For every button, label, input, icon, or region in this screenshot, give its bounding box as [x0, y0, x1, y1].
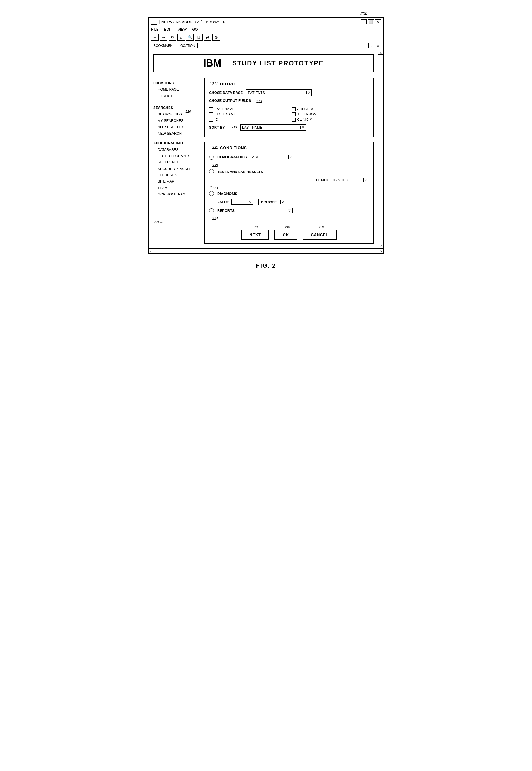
- sidebar-header-additional: ADDITIONAL INFO: [153, 140, 200, 146]
- checkbox-firstname: FIRST NAME: [209, 112, 286, 116]
- sidebar-item-feedback[interactable]: FEEDBACK: [153, 172, 200, 178]
- menu-file[interactable]: FILE: [151, 27, 158, 31]
- sidebar-item-gcrhomepage[interactable]: GCR HOME PAGE: [153, 191, 200, 197]
- tests-label: TESTS AND LAB RESULTS: [217, 170, 263, 174]
- bottom-scroll-track: [154, 249, 378, 253]
- chose-output-fields-label: CHOSE OUTPUT FIELDS: [209, 99, 251, 103]
- hemoglobin-select[interactable]: HEMOGLOBIN TEST ▽: [314, 177, 369, 183]
- restore-button[interactable]: ⬜: [368, 19, 374, 24]
- location-stop-icon[interactable]: ⊗: [375, 43, 381, 48]
- demographics-dropdown-arrow: ▽: [288, 155, 292, 159]
- stop-button[interactable]: ⊗: [212, 34, 220, 41]
- diagnosis-ref: ⌒223: [209, 186, 369, 190]
- checkbox-address: ADDRESS: [292, 107, 369, 111]
- checkbox-lastname-box[interactable]: [209, 107, 213, 111]
- sidebar-item-outputformats[interactable]: OUTPUT FORMATS: [153, 153, 200, 159]
- reload-button[interactable]: ↺: [169, 34, 176, 41]
- titlebar-left: □ [ NETWORK ADDRESS ] - BROWSER: [151, 19, 226, 25]
- page-wrapper: 200 □ [ NETWORK ADDRESS ] - BROWSER _ ⬜ …: [143, 11, 389, 269]
- output-panel-header: ⌒211 OUTPUT: [209, 82, 369, 86]
- sidebar-item-sitemap[interactable]: SITE MAP: [153, 178, 200, 184]
- search-button[interactable]: 🔍: [186, 34, 194, 41]
- value-dropdown-arrow: ▽: [248, 200, 251, 204]
- location-bar: BOOKMARK LOCATION ▽ ⊗: [149, 42, 383, 50]
- sidebar-item-searchinfo[interactable]: SEARCH INFO: [153, 111, 184, 117]
- location-button[interactable]: LOCATION: [176, 43, 197, 48]
- action-buttons-row: ⌒230 NEXT ⌒240 OK ⌒250 CANCEL: [209, 225, 369, 240]
- figure-label: FIG. 2: [256, 262, 276, 269]
- browse-button[interactable]: BROWSE ▽: [258, 199, 286, 205]
- bottom-scrollbar: ◁ ▷: [149, 249, 383, 253]
- menu-go[interactable]: GO: [192, 27, 198, 31]
- demographics-select[interactable]: AGE ▽: [250, 154, 294, 160]
- database-select[interactable]: PATIENTS ▽: [246, 89, 312, 96]
- cancel-button[interactable]: CANCEL: [303, 230, 337, 240]
- checkbox-firstname-box[interactable]: [209, 112, 213, 116]
- print-button[interactable]: 🖨: [204, 34, 211, 41]
- location-input[interactable]: [199, 43, 367, 48]
- tests-radio[interactable]: [209, 169, 214, 174]
- reports-radio[interactable]: [209, 208, 214, 213]
- reports-select[interactable]: ▽: [238, 208, 293, 213]
- app-title: STUDY LIST PROTOTYPE: [232, 59, 324, 67]
- diagnosis-label: DIAGNOSIS: [217, 192, 237, 196]
- sidebar-item-databases[interactable]: DATABASES: [153, 146, 200, 153]
- menu-bar: FILE EDIT VIEW GO: [149, 26, 383, 33]
- forward-button[interactable]: ⇒: [160, 34, 167, 41]
- output-fields-ref: ⌒212: [253, 99, 262, 104]
- menu-edit[interactable]: EDIT: [164, 27, 172, 31]
- value-browse-row: VALUE ▽ · BROWSE ▽: [217, 199, 369, 205]
- sidebar-item-logout[interactable]: LOGOUT: [153, 93, 200, 99]
- checkbox-telephone-box[interactable]: [292, 112, 296, 116]
- next-button[interactable]: NEXT: [241, 230, 269, 240]
- diagnosis-radio[interactable]: [209, 191, 214, 196]
- checkbox-clinic-box[interactable]: [292, 118, 296, 122]
- sidebar-item-security[interactable]: SECURITY & AUDIT: [153, 166, 200, 172]
- sidebar-item-team[interactable]: TEAM: [153, 185, 200, 191]
- minimize-button[interactable]: _: [361, 19, 367, 24]
- close-button[interactable]: ✕: [375, 19, 381, 24]
- content-area: IBM STUDY LIST PROTOTYPE LOCATIONS HOME …: [149, 50, 383, 249]
- checkboxes-grid: LAST NAME ADDRESS FIRST NAME: [209, 107, 369, 122]
- conditions-ref-number: ⌒221: [209, 145, 218, 150]
- sort-by-row: SORT BY ⌒213 LAST NAME ▽: [209, 124, 369, 131]
- sidebar-item-mysearches[interactable]: MY SEARCHES: [153, 117, 184, 124]
- sort-by-label: SORT BY: [209, 125, 225, 129]
- sidebar-header-locations: LOCATIONS: [153, 80, 200, 86]
- output-panel: ⌒211 OUTPUT CHOSE DATA BASE PATIENTS ▽: [204, 78, 374, 137]
- chose-database-label: CHOSE DATA BASE: [209, 91, 243, 95]
- bookmark-button[interactable]: BOOKMARK: [151, 43, 175, 48]
- sidebar-item-newsearch[interactable]: NEW SEARCH: [153, 130, 184, 137]
- conditions-panel-header: ⌒221 CONDITIONS: [209, 145, 369, 150]
- sidebar-item-homepage[interactable]: HOME PAGE: [153, 86, 200, 93]
- database-value: PATIENTS: [248, 91, 265, 95]
- ok-ref: ⌒240: [282, 225, 290, 229]
- sidebar: LOCATIONS HOME PAGE LOGOUT SEARCHES SEAR…: [153, 78, 200, 244]
- back-button[interactable]: ⇐: [151, 34, 159, 41]
- sort-by-select[interactable]: LAST NAME ▽: [240, 124, 306, 131]
- checkbox-address-box[interactable]: [292, 107, 296, 111]
- scrollbar-right: △ ▽: [378, 50, 383, 248]
- scroll-left-arrow[interactable]: ◁: [149, 249, 154, 253]
- browse-label: BROWSE: [261, 200, 277, 204]
- demographics-radio[interactable]: [209, 155, 214, 160]
- output-ref-number: ⌒211: [209, 82, 218, 86]
- sort-by-value: LAST NAME: [242, 125, 262, 129]
- scroll-up-arrow[interactable]: △: [378, 50, 383, 55]
- value-label: VALUE: [217, 200, 229, 204]
- checkbox-id-box[interactable]: [209, 118, 213, 122]
- scroll-down-arrow[interactable]: ▽: [378, 243, 383, 248]
- chose-database-row: CHOSE DATA BASE PATIENTS ▽: [209, 89, 369, 96]
- value-select[interactable]: ▽: [231, 199, 253, 205]
- sidebar-item-allsearches[interactable]: ALL SEARCHES: [153, 124, 184, 130]
- page-button[interactable]: □: [195, 34, 203, 41]
- checkbox-telephone-label: TELEPHONE: [297, 112, 319, 116]
- menu-view[interactable]: VIEW: [178, 27, 187, 31]
- home-button[interactable]: ⌂: [177, 34, 185, 41]
- dropdown-arrow-icon[interactable]: ▽: [368, 43, 374, 48]
- ok-button[interactable]: OK: [274, 230, 297, 240]
- output-heading: OUTPUT: [220, 82, 238, 86]
- scroll-right-arrow[interactable]: ▷: [378, 249, 383, 253]
- sidebar-item-reference[interactable]: REFERENCE: [153, 159, 200, 165]
- demographics-row: DEMOGRAPHICS AGE ▽: [209, 154, 369, 160]
